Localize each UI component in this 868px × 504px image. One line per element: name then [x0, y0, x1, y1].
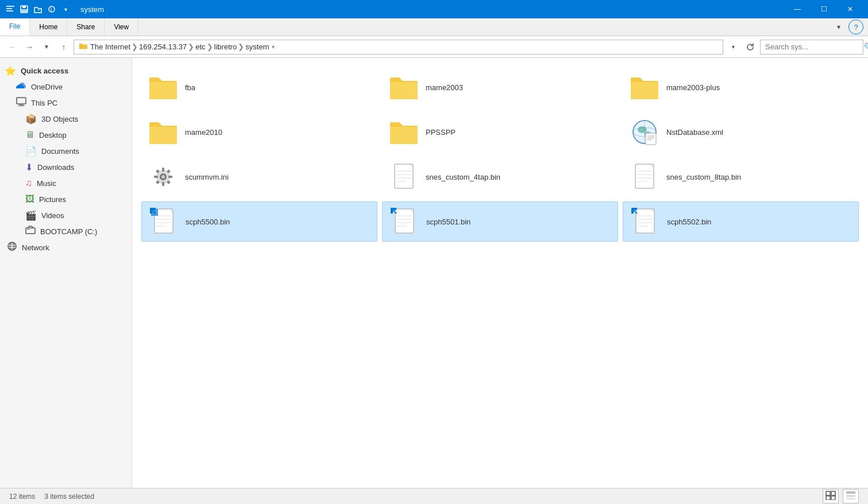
back-button[interactable]: ←	[5, 40, 20, 55]
tab-view[interactable]: View	[105, 18, 138, 36]
search-icon: 🔍	[864, 42, 868, 51]
sidebar-item-this-pc[interactable]: This PC	[0, 95, 132, 111]
address-box[interactable]: The Internet ❯ 169.254.13.37 ❯ etc ❯ lib…	[74, 40, 723, 55]
addressbar: ← → ▼ ↑ The Internet ❯ 169.254.13.37 ❯ e…	[0, 36, 868, 58]
svg-rect-5	[21, 9, 27, 12]
network-label: Network	[22, 243, 49, 252]
quick-access-label: Quick access	[21, 67, 68, 75]
forward-button[interactable]: →	[22, 40, 37, 55]
view-details-button[interactable]	[843, 489, 859, 503]
file-item-scph5501[interactable]: scph5501.bin	[382, 201, 618, 242]
sidebar-item-desktop[interactable]: 🖥 Desktop	[0, 127, 132, 143]
breadcrumb-the-internet[interactable]: The Internet	[90, 42, 130, 51]
sidebar-item-downloads[interactable]: ⬇ Downloads	[0, 159, 132, 175]
search-input[interactable]	[765, 42, 862, 51]
statusbar-view-controls	[823, 489, 859, 503]
svg-rect-13	[27, 229, 30, 230]
sidebar-item-music[interactable]: ♫ Music	[0, 175, 132, 191]
sidebar-item-quick-access[interactable]: ⭐ Quick access	[0, 63, 132, 79]
file-icon-snes4tap	[389, 162, 419, 192]
sidebar-item-3dobjects[interactable]: 📦 3D Objects	[0, 111, 132, 127]
ribbon-collapse-button[interactable]: ▾	[831, 20, 846, 34]
up-button[interactable]: ↑	[56, 40, 71, 55]
svg-point-31	[161, 175, 165, 179]
svg-rect-33	[162, 182, 164, 186]
breadcrumb-libretro[interactable]: libretro	[214, 42, 237, 51]
maximize-button[interactable]: ☐	[811, 0, 837, 18]
refresh-button[interactable]	[743, 40, 758, 55]
svg-line-77	[634, 210, 637, 214]
file-item-mame2003[interactable]: mame2003	[382, 67, 618, 107]
file-grid: fba mame2003	[132, 58, 868, 488]
properties-icon[interactable]: i	[46, 3, 57, 15]
tab-home[interactable]: Home	[30, 18, 67, 36]
svg-text:+: +	[37, 7, 40, 13]
file-item-ppsspp[interactable]: PPSSPP	[382, 112, 618, 152]
file-item-snes8tap[interactable]: snes_custom_8tap.bin	[623, 157, 859, 197]
tab-file[interactable]: File	[0, 18, 30, 36]
sidebar-item-documents[interactable]: 📄 Documents	[0, 143, 132, 159]
file-item-snes4tap[interactable]: snes_custom_4tap.bin	[382, 157, 618, 197]
file-name-mame2003: mame2003	[426, 83, 463, 92]
sidebar-item-network[interactable]: Network	[0, 239, 132, 255]
documents-label: Documents	[41, 147, 79, 156]
breadcrumb-etc[interactable]: etc	[195, 42, 205, 51]
file-item-scummvm[interactable]: scummvm.ini	[141, 157, 377, 197]
music-icon: ♫	[25, 178, 32, 188]
save-icon[interactable]	[18, 3, 30, 15]
3dobjects-icon: 📦	[25, 114, 37, 125]
pictures-icon: 🖼	[25, 194, 34, 204]
file-name-scph5501: scph5501.bin	[426, 218, 470, 226]
window-controls: — ☐ ✕	[784, 0, 863, 18]
address-dropdown-button[interactable]: ▾	[726, 40, 740, 55]
bootcamp-icon	[25, 226, 36, 237]
svg-text:i: i	[51, 6, 52, 13]
quick-access-toolbar-icon	[5, 3, 16, 15]
svg-rect-9	[17, 98, 26, 104]
window-title: system	[80, 5, 784, 14]
downloads-icon: ⬇	[25, 162, 33, 173]
sidebar-item-pictures[interactable]: 🖼 Pictures	[0, 191, 132, 207]
sidebar-item-videos[interactable]: 🎬 Videos	[0, 207, 132, 223]
minimize-button[interactable]: —	[784, 0, 811, 18]
main-area: ⭐ Quick access OneDrive This PC 📦 3D Obj…	[0, 58, 868, 488]
file-icon-mame2003	[389, 72, 419, 102]
svg-rect-4	[22, 6, 26, 8]
file-icon-scummvm	[148, 162, 178, 192]
file-item-scph5502[interactable]: scph5502.bin	[623, 201, 859, 242]
file-icon-scph5502	[630, 207, 660, 237]
down-arrow-icon[interactable]: ▾	[60, 3, 71, 15]
svg-rect-1	[6, 8, 12, 9]
breadcrumb-system[interactable]: system	[245, 42, 269, 51]
file-icon-nstdatabase	[630, 117, 659, 147]
svg-rect-11	[18, 106, 25, 106]
sidebar-item-onedrive[interactable]: OneDrive	[0, 79, 132, 95]
desktop-label: Desktop	[39, 131, 67, 139]
new-folder-icon[interactable]: +	[32, 3, 44, 15]
sidebar-item-bootcamp[interactable]: BOOTCAMP (C:)	[0, 223, 132, 239]
address-folder-icon	[79, 42, 88, 52]
statusbar: 12 items 3 items selected	[0, 488, 868, 504]
breadcrumb-ip[interactable]: 169.254.13.37	[139, 42, 187, 51]
close-button[interactable]: ✕	[837, 0, 863, 18]
onedrive-icon	[16, 82, 26, 92]
sidebar: ⭐ Quick access OneDrive This PC 📦 3D Obj…	[0, 58, 132, 488]
file-item-mame2003-plus[interactable]: mame2003-plus	[623, 67, 859, 107]
help-button[interactable]: ?	[848, 20, 863, 34]
file-item-scph5500[interactable]: scph5500.bin	[141, 201, 377, 242]
search-box[interactable]: 🔍	[760, 40, 863, 55]
file-name-scph5500: scph5500.bin	[186, 218, 230, 226]
tab-share[interactable]: Share	[67, 18, 105, 36]
file-icon-mame2010	[148, 117, 178, 147]
bootcamp-label: BOOTCAMP (C:)	[40, 227, 97, 236]
file-icon-scph5501	[389, 207, 419, 237]
file-name-snes4tap: snes_custom_4tap.bin	[426, 173, 500, 181]
view-large-icons-button[interactable]	[823, 489, 839, 503]
file-item-fba[interactable]: fba	[141, 67, 377, 107]
file-item-mame2010[interactable]: mame2010	[141, 112, 377, 152]
file-name-mame2010: mame2010	[185, 128, 222, 137]
file-icon-snes8tap	[630, 162, 659, 192]
file-item-nstdatabase[interactable]: NstDatabase.xml	[623, 112, 859, 152]
recent-locations-button[interactable]: ▼	[39, 40, 54, 55]
quick-access-icon: ⭐	[5, 65, 16, 76]
